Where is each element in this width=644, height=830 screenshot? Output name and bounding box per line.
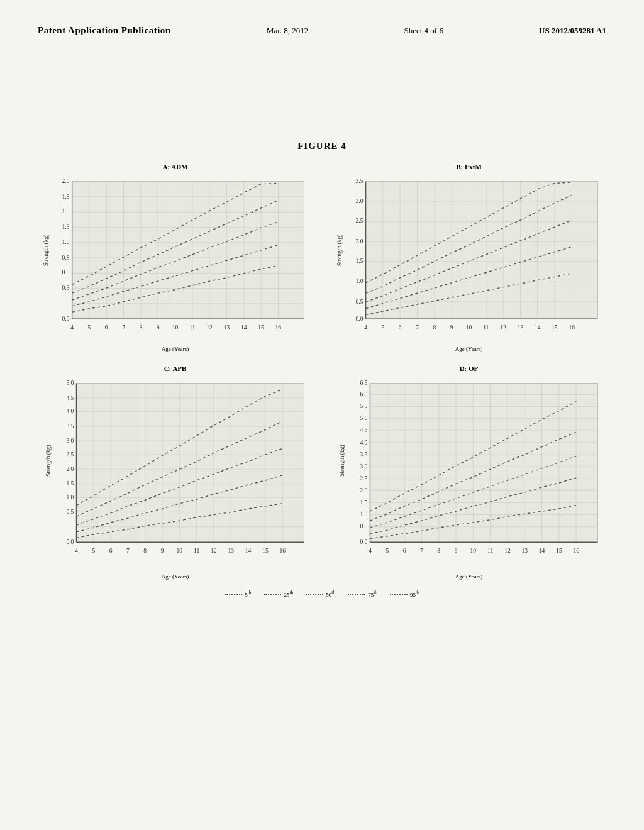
legend: 5th 25th 50th 75th 95th bbox=[38, 590, 606, 598]
chart-d: D: OP bbox=[331, 365, 606, 580]
svg-text:6: 6 bbox=[403, 547, 406, 554]
svg-text:15: 15 bbox=[552, 324, 558, 331]
chart-c-area: 5.0 4.5 4.0 3.5 3.0 2.5 2.0 1.5 1.0 0.5 … bbox=[38, 375, 313, 572]
svg-text:11: 11 bbox=[483, 324, 489, 331]
svg-text:0.0: 0.0 bbox=[66, 538, 74, 545]
svg-text:8: 8 bbox=[433, 324, 436, 331]
chart-a: A: ADM bbox=[38, 163, 313, 352]
svg-text:1.0: 1.0 bbox=[360, 511, 367, 517]
svg-text:15: 15 bbox=[258, 324, 264, 331]
svg-text:1.8: 1.8 bbox=[62, 193, 70, 200]
legend-line-95th bbox=[390, 594, 408, 595]
svg-text:0.3: 0.3 bbox=[62, 284, 70, 291]
legend-item-25th: 25th bbox=[264, 590, 293, 598]
svg-text:5.0: 5.0 bbox=[66, 380, 74, 387]
svg-text:6.0: 6.0 bbox=[360, 390, 367, 397]
svg-text:5.0: 5.0 bbox=[360, 415, 367, 422]
chart-a-svg: 2.0 1.8 1.5 1.3 1.0 0.8 0.5 0.3 0.0 4 5 bbox=[38, 173, 313, 345]
svg-text:4.5: 4.5 bbox=[360, 427, 367, 434]
legend-line-75th bbox=[348, 594, 365, 595]
svg-text:8: 8 bbox=[143, 547, 147, 554]
svg-text:4.5: 4.5 bbox=[66, 394, 74, 401]
svg-text:9: 9 bbox=[455, 547, 458, 554]
svg-text:1.5: 1.5 bbox=[66, 480, 74, 487]
chart-a-area: 2.0 1.8 1.5 1.3 1.0 0.8 0.5 0.3 0.0 4 5 bbox=[38, 173, 313, 345]
svg-text:3.5: 3.5 bbox=[66, 423, 74, 429]
svg-text:14: 14 bbox=[535, 324, 541, 331]
publication-title: Patent Application Publication bbox=[38, 25, 171, 36]
svg-text:13: 13 bbox=[518, 324, 524, 331]
svg-text:12: 12 bbox=[206, 324, 213, 331]
svg-text:0.5: 0.5 bbox=[360, 523, 367, 530]
svg-text:16: 16 bbox=[569, 324, 575, 331]
svg-text:7: 7 bbox=[126, 547, 130, 554]
svg-text:5: 5 bbox=[386, 547, 389, 554]
svg-text:10: 10 bbox=[466, 324, 472, 331]
svg-text:5: 5 bbox=[88, 324, 91, 331]
svg-text:8: 8 bbox=[437, 547, 440, 554]
chart-d-area: 6.5 6.0 5.5 5.0 4.5 4.0 3.5 3.0 2.5 2.0 … bbox=[331, 375, 606, 572]
svg-text:3.0: 3.0 bbox=[360, 463, 367, 470]
chart-c: C: APB bbox=[38, 365, 313, 580]
svg-text:4.0: 4.0 bbox=[360, 439, 367, 446]
svg-text:7: 7 bbox=[420, 547, 423, 554]
svg-text:3.0: 3.0 bbox=[66, 437, 74, 444]
svg-text:6.5: 6.5 bbox=[360, 380, 367, 387]
chart-d-xlabel: Age (Years) bbox=[455, 573, 482, 580]
svg-text:6: 6 bbox=[399, 324, 402, 331]
legend-line-25th bbox=[264, 594, 281, 595]
legend-item-5th: 5th bbox=[225, 590, 251, 598]
svg-text:2.5: 2.5 bbox=[360, 475, 367, 482]
page-header: Patent Application Publication Mar. 8, 2… bbox=[38, 25, 606, 40]
svg-text:Strength (kg): Strength (kg) bbox=[45, 445, 52, 477]
svg-text:0.5: 0.5 bbox=[356, 298, 364, 305]
legend-label-50th: 50th bbox=[326, 590, 335, 598]
svg-text:13: 13 bbox=[521, 547, 528, 554]
chart-b-area: 3.5 3.0 2.5 2.0 1.5 1.0 0.5 0.0 4 5 6 7 bbox=[331, 173, 606, 345]
svg-text:4: 4 bbox=[364, 324, 367, 331]
page: Patent Application Publication Mar. 8, 2… bbox=[0, 0, 644, 830]
chart-b-svg: 3.5 3.0 2.5 2.0 1.5 1.0 0.5 0.0 4 5 6 7 bbox=[331, 173, 606, 345]
patent-number: US 2012/059281 A1 bbox=[539, 26, 606, 36]
charts-container: A: ADM bbox=[38, 163, 606, 580]
svg-text:11: 11 bbox=[194, 547, 199, 554]
legend-line-50th bbox=[306, 594, 323, 595]
svg-text:6: 6 bbox=[105, 324, 108, 331]
legend-item-95th: 95th bbox=[390, 590, 419, 598]
svg-text:12: 12 bbox=[504, 547, 511, 554]
svg-text:1.5: 1.5 bbox=[62, 208, 70, 214]
svg-text:7: 7 bbox=[122, 324, 125, 331]
svg-text:5.5: 5.5 bbox=[360, 402, 367, 409]
svg-text:0.0: 0.0 bbox=[356, 315, 364, 322]
svg-text:3.0: 3.0 bbox=[356, 197, 364, 204]
svg-text:3.5: 3.5 bbox=[356, 177, 364, 184]
svg-text:14: 14 bbox=[539, 547, 545, 554]
svg-text:10: 10 bbox=[177, 547, 183, 554]
svg-text:Strength (kg): Strength (kg) bbox=[42, 235, 50, 267]
chart-c-xlabel: Age (Years) bbox=[162, 573, 189, 580]
svg-text:10: 10 bbox=[172, 324, 179, 331]
svg-text:0.0: 0.0 bbox=[62, 315, 70, 322]
legend-item-75th: 75th bbox=[348, 590, 377, 598]
figure-title: FIGURE 4 bbox=[38, 141, 606, 152]
svg-text:12: 12 bbox=[211, 547, 217, 554]
svg-text:2.0: 2.0 bbox=[66, 465, 74, 472]
svg-text:12: 12 bbox=[500, 324, 506, 331]
svg-text:Strength (kg): Strength (kg) bbox=[336, 235, 343, 267]
svg-text:3.5: 3.5 bbox=[360, 451, 367, 458]
legend-label-25th: 25th bbox=[284, 590, 293, 598]
svg-text:1.0: 1.0 bbox=[356, 277, 364, 284]
svg-text:4.0: 4.0 bbox=[66, 408, 74, 415]
svg-text:9: 9 bbox=[450, 324, 453, 331]
svg-text:14: 14 bbox=[245, 547, 252, 554]
svg-text:1.3: 1.3 bbox=[62, 223, 70, 230]
svg-text:4: 4 bbox=[369, 547, 372, 554]
chart-a-xlabel: Age (Years) bbox=[162, 346, 189, 352]
chart-c-svg: 5.0 4.5 4.0 3.5 3.0 2.5 2.0 1.5 1.0 0.5 … bbox=[38, 375, 313, 572]
svg-text:1.5: 1.5 bbox=[360, 499, 367, 506]
svg-text:2.0: 2.0 bbox=[356, 238, 364, 245]
legend-label-75th: 75th bbox=[368, 590, 377, 598]
svg-text:16: 16 bbox=[279, 547, 286, 554]
sheet-info: Sheet 4 of 6 bbox=[404, 26, 443, 36]
chart-c-title: C: APB bbox=[164, 365, 187, 372]
